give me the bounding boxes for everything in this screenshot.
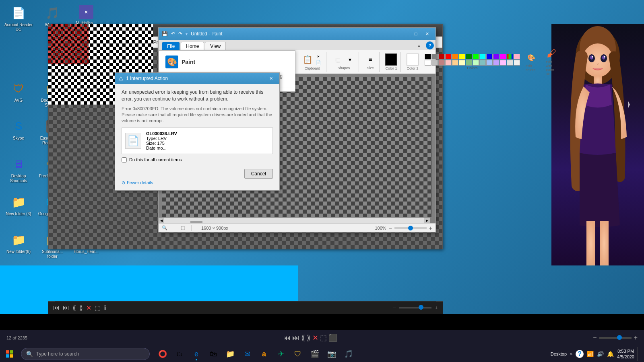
color-orange[interactable]: [452, 54, 458, 60]
color-rainbow[interactable]: [507, 54, 513, 60]
pg-app-first-btn[interactable]: ⏮: [283, 334, 291, 342]
paint-quick-dropdown[interactable]: ▾: [186, 32, 188, 36]
color-black[interactable]: [425, 54, 431, 60]
paint-tab-file[interactable]: File: [162, 42, 180, 50]
color-lightmagenta[interactable]: [500, 60, 506, 66]
color-lavender[interactable]: [493, 60, 500, 66]
color-blue[interactable]: [486, 54, 493, 60]
color-magenta[interactable]: [500, 54, 506, 60]
desktop-icon-avg[interactable]: 🛡 AVG: [3, 79, 34, 115]
pg-nav-forward-btn[interactable]: ⟫: [79, 304, 83, 312]
pg-app-autoplay-btn[interactable]: ⟪: [301, 333, 305, 342]
win-tray-help-icon[interactable]: ?: [576, 350, 584, 358]
shapes-dropdown-btn[interactable]: ▾: [344, 54, 355, 65]
win-camera-btn[interactable]: 📷: [324, 347, 340, 361]
pg-delete-btn[interactable]: ✕: [86, 304, 91, 312]
color-lightyellow[interactable]: [459, 60, 465, 66]
paint-titlebar[interactable]: 💾 ↶ ↷ ▾ Untitled - Paint ─ □ ✕: [159, 28, 436, 40]
error-dialog-close-btn[interactable]: ✕: [266, 74, 276, 82]
clipboard-copy-btn[interactable]: 📄: [314, 60, 323, 66]
edit-paint3d-btn[interactable]: 🖌: [546, 48, 557, 59]
paint-status-select-icon[interactable]: ⬚: [181, 225, 185, 230]
pg-app-zoomin-btn[interactable]: +: [634, 334, 638, 341]
paint-quick-save-icon[interactable]: 💾: [162, 31, 168, 37]
color-white[interactable]: [425, 60, 431, 66]
error-checkbox[interactable]: [122, 157, 127, 162]
hscroll-left-btn[interactable]: ◀: [159, 218, 164, 223]
color-nearlwhite[interactable]: [514, 60, 520, 66]
color-yellow[interactable]: [459, 54, 465, 60]
pg-fullscreen-btn[interactable]: ⬚: [95, 304, 101, 312]
color-red[interactable]: [445, 54, 452, 60]
win-clock[interactable]: 8:53 PM 4/5/2020: [617, 348, 634, 360]
win-tray-expand-btn[interactable]: »: [570, 352, 572, 356]
error-dialog-titlebar[interactable]: ⚠ 1 Interrupted Action ✕: [115, 73, 279, 84]
color-pink[interactable]: [514, 54, 520, 60]
color1-swatch[interactable]: [385, 53, 397, 66]
desktop-icon-desktop-shortcuts[interactable]: 🖥 Desktop Shortcuts: [3, 154, 34, 191]
paint-minimize-button[interactable]: ─: [399, 30, 410, 38]
paint-zoom-minus-btn[interactable]: −: [389, 225, 392, 231]
paint-quick-redo-icon[interactable]: ↷: [178, 31, 182, 37]
paint-zoom-slider[interactable]: [394, 227, 427, 229]
color-lime[interactable]: [473, 54, 479, 60]
pg-app-prev-btn[interactable]: ⏭: [292, 334, 299, 342]
paint-maximize-button[interactable]: □: [411, 30, 421, 38]
desktop-icon-newfolder8[interactable]: 📁 New folder(8): [3, 230, 34, 266]
pg-nav-prev-btn[interactable]: ⏭: [63, 304, 69, 311]
color-verylightgray[interactable]: [507, 60, 513, 66]
color-purple[interactable]: [493, 54, 500, 60]
paint-hscrollbar[interactable]: ◀ ▶: [159, 218, 430, 223]
desktop-icon-newfolder3[interactable]: 📁 New folder (3): [3, 192, 34, 228]
pg-nav-first-btn[interactable]: ⏮: [53, 304, 60, 311]
paint-tab-view[interactable]: View: [205, 42, 226, 50]
size-btn[interactable]: ≡: [365, 54, 376, 65]
pg-app-zoomout-btn[interactable]: −: [593, 334, 597, 341]
ribbon-collapse-button[interactable]: ▲: [414, 41, 424, 49]
win-cortana-btn[interactable]: ⭕: [155, 347, 171, 361]
pg-app-zoom-slider[interactable]: [599, 337, 632, 339]
shapes-select-btn[interactable]: ⬚: [332, 54, 343, 65]
pg-nav-rewind-btn[interactable]: ⟪: [72, 304, 76, 312]
color-lightcyan[interactable]: [479, 60, 486, 66]
win-vlc-btn[interactable]: 🎬: [307, 347, 323, 361]
win-explorer-btn[interactable]: 📁: [222, 347, 238, 361]
color-gray[interactable]: [431, 54, 438, 60]
pg-app-info2-btn[interactable]: ⬛: [328, 333, 337, 342]
win-winamp-taskbar-btn[interactable]: 🎵: [341, 347, 357, 361]
color-peach[interactable]: [452, 60, 458, 66]
error-fewer-details-btn[interactable]: ⊙ Fewer details: [122, 180, 273, 185]
error-cancel-btn[interactable]: Cancel: [244, 169, 273, 179]
paint-close-button[interactable]: ✕: [422, 30, 432, 38]
win-tripadvisor-btn[interactable]: ✈: [273, 347, 289, 361]
color-lightred[interactable]: [438, 60, 445, 66]
paint-zoom-icon[interactable]: 🔍: [162, 225, 167, 230]
color-lightgreen[interactable]: [466, 60, 472, 66]
paint-quick-undo-icon[interactable]: ↶: [171, 31, 175, 37]
color-cyan[interactable]: [479, 54, 486, 60]
color-lightergreen[interactable]: [473, 60, 479, 66]
hscroll-right-btn[interactable]: ▶: [424, 218, 430, 223]
win-taskview-btn[interactable]: 🗂: [171, 347, 188, 361]
win-tray-network-icon[interactable]: 📶: [587, 351, 594, 357]
color-lighterred[interactable]: [445, 60, 452, 66]
win-tray-volume-icon[interactable]: 🔊: [597, 351, 604, 357]
win-amazon-btn[interactable]: a: [256, 347, 272, 361]
color-lightblue[interactable]: [486, 60, 493, 66]
pg-zoom-out-btn[interactable]: −: [393, 304, 396, 311]
edit-colors-btn[interactable]: 🎨: [526, 52, 537, 63]
desktop-icon-acrobat[interactable]: 📄 Acrobat Reader DC: [3, 3, 34, 39]
win-start-btn[interactable]: [0, 346, 19, 362]
pg-app-next-btn[interactable]: ⟫: [307, 333, 311, 342]
color-green[interactable]: [466, 54, 472, 60]
win-search-bar[interactable]: 🔍 Type here to search: [21, 348, 150, 360]
pg-zoom-in-btn[interactable]: +: [435, 304, 438, 311]
win-show-desktop-btn[interactable]: [638, 347, 641, 361]
paint-zoom-plus-btn[interactable]: +: [429, 225, 432, 231]
clipboard-cut-btn[interactable]: ✂: [314, 54, 323, 60]
win-tray-notification-icon[interactable]: 🔔: [607, 351, 614, 357]
color-darkred[interactable]: [438, 54, 445, 60]
paint-help-button[interactable]: ?: [426, 41, 434, 49]
clipboard-paste-btn[interactable]: 📋: [302, 54, 313, 65]
win-norton-btn[interactable]: 🛡: [290, 347, 306, 361]
